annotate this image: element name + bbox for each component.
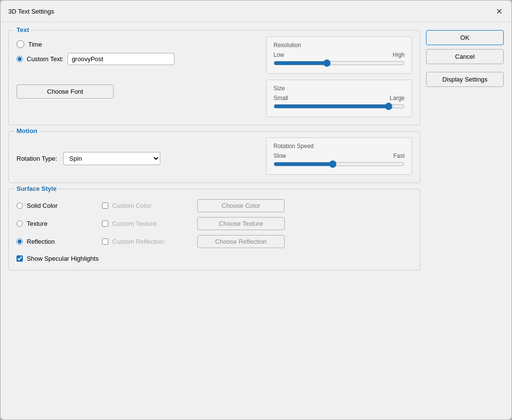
display-settings-button[interactable]: Display Settings	[426, 72, 504, 87]
texture-radio-col: Texture	[17, 220, 94, 227]
size-large: Large	[390, 95, 405, 101]
specular-checkbox[interactable]	[17, 255, 23, 262]
custom-text-row: Custom Text:	[17, 53, 256, 65]
custom-reflection-label: Custom Reflection:	[112, 238, 166, 245]
resolution-group: Resolution Low High	[266, 36, 412, 74]
rotation-speed-group: Rotation Speed Slow Fast	[266, 137, 412, 175]
size-slider[interactable]	[273, 102, 405, 110]
choose-color-button[interactable]: Choose Color	[197, 199, 285, 212]
rotation-type-label: Rotation Type:	[17, 155, 57, 162]
custom-texture-checkbox[interactable]	[102, 220, 108, 227]
speed-fast: Fast	[393, 152, 405, 159]
text-section: Text Time Custom Text: Choos	[8, 30, 420, 125]
choose-texture-col: Choose Texture	[197, 217, 412, 230]
reflection-radio-col: Reflection	[17, 238, 94, 245]
size-labels: Small Large	[273, 95, 405, 101]
choose-texture-button[interactable]: Choose Texture	[197, 217, 285, 230]
solid-color-row: Solid Color Custom Color: Choose Color	[17, 199, 412, 212]
text-section-label: Text	[15, 26, 31, 34]
resolution-low: Low	[273, 51, 284, 58]
custom-texture-label: Custom Texture:	[112, 220, 158, 227]
dialog-title: 3D Text Settings	[8, 8, 54, 15]
custom-color-checkbox[interactable]	[102, 202, 108, 209]
close-button[interactable]: ✕	[492, 4, 506, 18]
motion-section-label: Motion	[15, 127, 39, 134]
time-label: Time	[28, 41, 42, 48]
custom-text-radio[interactable]	[17, 56, 23, 62]
text-section-inner: Time Custom Text: Choose Font	[17, 36, 412, 117]
title-bar: 3D Text Settings ✕	[0, 0, 512, 22]
specular-row: Show Specular Highlights	[17, 255, 412, 262]
reflection-row: Reflection Custom Reflection: Choose Ref…	[17, 235, 412, 248]
custom-text-input[interactable]	[68, 53, 174, 65]
rotation-speed-labels: Slow Fast	[273, 152, 405, 159]
text-right: Resolution Low High Size Small Large	[266, 36, 412, 117]
rotation-type-select[interactable]: Spin Rock Wobble None	[63, 152, 160, 165]
speed-slow: Slow	[273, 152, 286, 159]
dialog-body: Text Time Custom Text: Choos	[0, 22, 512, 420]
motion-right: Rotation Speed Slow Fast	[266, 137, 412, 175]
time-radio-row: Time	[17, 40, 256, 48]
surface-inner: Solid Color Custom Color: Choose Color	[17, 195, 412, 262]
choose-font-container: Choose Font	[17, 70, 256, 99]
choose-reflection-button[interactable]: Choose Reflection	[197, 235, 285, 248]
specular-label: Show Specular Highlights	[27, 255, 99, 262]
resolution-high: High	[393, 51, 405, 58]
solid-color-radio-col: Solid Color	[17, 202, 94, 209]
custom-texture-check-col: Custom Texture:	[102, 220, 189, 227]
size-group: Size Small Large	[266, 80, 412, 117]
cancel-button[interactable]: Cancel	[426, 49, 504, 64]
texture-label: Texture	[27, 220, 48, 227]
resolution-label: Resolution	[273, 42, 405, 49]
custom-color-label: Custom Color:	[112, 202, 153, 209]
custom-reflection-check-col: Custom Reflection:	[102, 238, 189, 245]
size-label: Size	[273, 85, 405, 92]
solid-color-radio[interactable]	[17, 202, 23, 209]
surface-section-label: Surface Style	[15, 185, 58, 192]
custom-reflection-checkbox[interactable]	[102, 238, 108, 245]
rotation-speed-label: Rotation Speed	[273, 143, 405, 150]
custom-text-label: Custom Text:	[27, 55, 64, 63]
choose-reflection-col: Choose Reflection	[197, 235, 412, 248]
reflection-radio[interactable]	[17, 238, 23, 245]
dialog-window: 3D Text Settings ✕ Text Time Custom Text…	[0, 0, 512, 420]
solid-color-label: Solid Color	[27, 202, 58, 209]
surface-section: Surface Style Solid Color Custom Color:	[8, 189, 420, 270]
right-panel: OK Cancel Display Settings	[426, 30, 504, 412]
left-panel: Text Time Custom Text: Choos	[8, 30, 420, 412]
choose-color-col: Choose Color	[197, 199, 412, 212]
size-small: Small	[273, 95, 288, 101]
motion-section: Motion Rotation Type: Spin Rock Wobble N…	[8, 131, 420, 183]
time-radio[interactable]	[17, 40, 24, 48]
rotation-speed-slider[interactable]	[273, 160, 405, 168]
reflection-label: Reflection	[27, 238, 55, 245]
text-left: Time Custom Text: Choose Font	[17, 36, 256, 117]
texture-row: Texture Custom Texture: Choose Texture	[17, 217, 412, 230]
resolution-slider[interactable]	[273, 59, 405, 67]
resolution-labels: Low High	[273, 51, 405, 58]
choose-font-button[interactable]: Choose Font	[17, 84, 114, 99]
motion-left: Rotation Type: Spin Rock Wobble None	[17, 137, 256, 175]
custom-color-check-col: Custom Color:	[102, 202, 189, 209]
motion-inner: Rotation Type: Spin Rock Wobble None Rot…	[17, 137, 412, 175]
texture-radio[interactable]	[17, 220, 23, 227]
ok-button[interactable]: OK	[426, 30, 504, 45]
